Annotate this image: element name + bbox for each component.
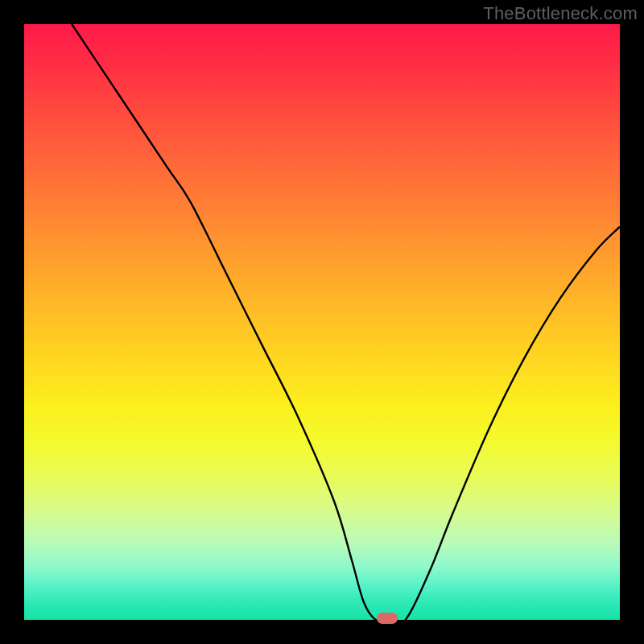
watermark-text: TheBottleneck.com	[483, 3, 638, 24]
optimal-marker	[377, 613, 398, 624]
bottleneck-curve	[24, 24, 620, 620]
plot-area	[24, 24, 620, 620]
chart-frame: TheBottleneck.com	[0, 0, 644, 644]
